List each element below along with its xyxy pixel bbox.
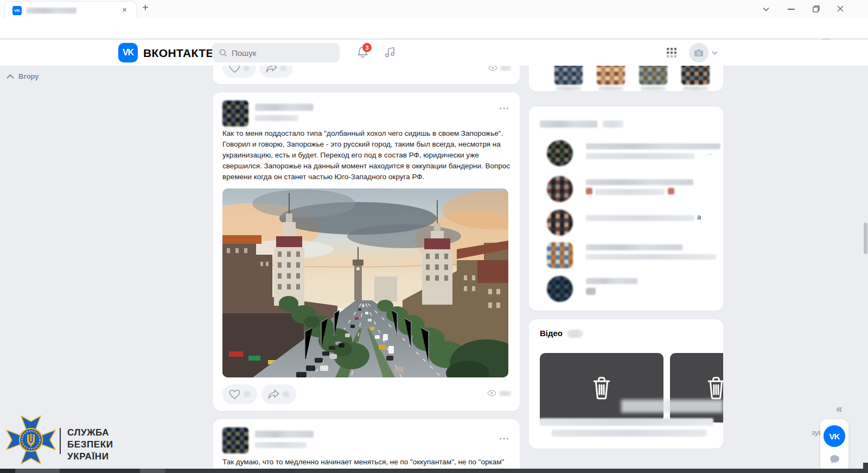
video-card: Відео xyxy=(529,319,723,449)
post-menu-icon[interactable]: ··· xyxy=(499,433,510,444)
notification-badge: 3 xyxy=(362,43,372,52)
sbu-watermark: СЛУЖБА БЕЗПЕКИ УКРАЇНИ xyxy=(5,415,56,465)
post-text: Как то меня поддостало типа "долбанный х… xyxy=(222,128,510,182)
activity-card: ... a xyxy=(529,106,723,311)
vk-wordmark[interactable]: ВКОНТАКТЕ xyxy=(143,47,214,60)
share-arrow-icon xyxy=(266,66,277,73)
friend-name-blurred xyxy=(598,86,623,91)
collapse-sidebar-icon[interactable]: « xyxy=(836,402,843,415)
window-minimize-icon[interactable] xyxy=(788,9,795,10)
post-card-previous xyxy=(213,66,520,84)
window-menu-chevron-icon[interactable] xyxy=(761,4,771,14)
activity-text-blurred xyxy=(586,179,693,185)
trash-icon xyxy=(704,375,723,400)
video-count-blurred xyxy=(567,330,583,338)
activity-avatar-blurred[interactable] xyxy=(547,242,573,268)
trash-icon xyxy=(589,375,614,400)
activity-avatar-blurred[interactable] xyxy=(547,176,573,202)
window-maximize-icon[interactable] xyxy=(812,4,820,13)
heart-icon xyxy=(229,66,240,73)
share-button[interactable] xyxy=(259,66,293,78)
post-date-blurred[interactable] xyxy=(255,442,307,448)
views-counter xyxy=(488,66,511,71)
chevron-up-icon xyxy=(7,74,14,79)
activity-text-remnant: a xyxy=(697,213,701,221)
activity-avatar-blurred[interactable] xyxy=(547,210,573,236)
post-photo-illustration xyxy=(222,188,508,377)
sbu-watermark-text: СЛУЖБА БЕЗПЕКИ УКРАЇНИ xyxy=(67,427,113,463)
post-author-avatar-blurred[interactable] xyxy=(222,427,248,453)
share-count-blurred xyxy=(283,392,290,397)
friend-avatar-blurred[interactable] xyxy=(597,66,625,85)
post-text: Так думаю, что то медленно начинает меня… xyxy=(222,457,510,468)
sbu-line: УКРАЇНИ xyxy=(67,451,113,463)
like-button[interactable] xyxy=(222,66,256,78)
floating-dock: VK xyxy=(820,419,848,473)
activity-text-blurred xyxy=(586,153,694,159)
share-count-blurred xyxy=(280,66,286,71)
search-input[interactable] xyxy=(212,43,340,62)
activity-text-blurred xyxy=(595,189,665,195)
activity-emoji-blurred xyxy=(668,188,674,194)
friend-avatar-blurred[interactable] xyxy=(639,66,667,85)
music-icon[interactable] xyxy=(383,45,397,59)
chat-bubble-icon[interactable] xyxy=(829,454,840,465)
post-author-name-blurred[interactable] xyxy=(255,104,314,111)
activity-avatar-blurred[interactable] xyxy=(547,140,573,166)
profile-chevron-down-icon[interactable] xyxy=(711,50,718,55)
activity-avatar-blurred[interactable] xyxy=(547,276,573,302)
watermark-divider xyxy=(60,428,61,454)
post-card-next: ··· Так думаю, что то медленно начинает … xyxy=(213,419,520,473)
vk-dock-logo[interactable]: VK xyxy=(824,425,845,447)
vk-favicon: VK xyxy=(12,6,22,15)
scroll-to-top-control[interactable]: Вгору xyxy=(7,72,39,80)
friend-name-blurred xyxy=(683,86,708,91)
search-box[interactable] xyxy=(212,43,340,62)
activity-text-remnant: ... xyxy=(707,149,712,156)
tab-close-icon[interactable]: × xyxy=(122,5,127,14)
video-caption-blurred xyxy=(540,418,713,426)
post-photo[interactable] xyxy=(222,188,508,377)
activity-emoji-blurred xyxy=(586,188,592,194)
profile-avatar-camera[interactable] xyxy=(689,43,709,62)
browser-toolbar: vk.com/ xyxy=(0,18,868,39)
friends-card xyxy=(529,66,723,91)
friend-avatar-blurred[interactable] xyxy=(681,66,710,85)
activity-text-blurred xyxy=(586,215,694,221)
post-date-blurred[interactable] xyxy=(255,115,298,121)
heart-icon xyxy=(229,389,240,400)
browser-tab[interactable]: VK × xyxy=(4,1,137,19)
like-button[interactable] xyxy=(222,384,257,404)
eye-icon xyxy=(488,66,497,71)
scrollbar-thumb[interactable] xyxy=(864,223,867,254)
activity-text-blurred xyxy=(586,143,720,149)
share-button[interactable] xyxy=(261,384,296,404)
friend-avatar-blurred[interactable] xyxy=(554,66,583,85)
screen: VK × + vk.com/ xyxy=(0,0,868,473)
taskbar-sliver xyxy=(0,469,868,473)
views-counter xyxy=(487,390,511,396)
new-tab-icon[interactable]: + xyxy=(142,2,149,14)
sbu-line: БЕЗПЕКИ xyxy=(67,439,113,451)
like-count-blurred xyxy=(244,392,251,397)
search-icon xyxy=(219,48,227,57)
video-overlay-blurred xyxy=(621,400,723,413)
activity-text-blurred xyxy=(586,288,596,295)
friend-name-blurred xyxy=(556,86,581,91)
sbu-line: СЛУЖБА xyxy=(67,427,113,439)
post-menu-icon[interactable]: ··· xyxy=(499,103,510,114)
window-close-icon[interactable] xyxy=(835,4,845,14)
post-author-avatar-blurred[interactable] xyxy=(222,100,248,127)
activity-title-suffix-blurred xyxy=(603,121,623,128)
post-author-name-blurred[interactable] xyxy=(255,431,314,438)
vk-logo[interactable]: VK xyxy=(118,43,138,62)
corner-artifact xyxy=(863,463,868,469)
video-section-title[interactable]: Відео xyxy=(540,329,563,338)
post-card-main: ··· Как то меня поддостало типа "долбанн… xyxy=(213,92,520,411)
activity-text-blurred xyxy=(586,254,716,260)
apps-grid-icon[interactable] xyxy=(665,47,678,59)
like-count-blurred xyxy=(244,66,250,71)
scroll-to-top-label: Вгору xyxy=(18,72,39,80)
sbu-emblem-icon xyxy=(5,415,56,465)
vk-header: VK ВКОНТАКТЕ 3 xyxy=(0,40,868,66)
